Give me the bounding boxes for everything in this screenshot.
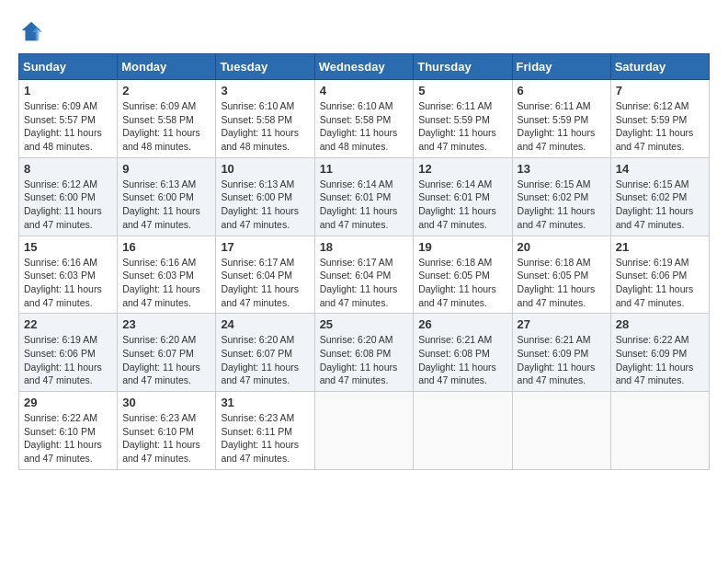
- daylight-label: Daylight: 11 hours: [122, 205, 200, 216]
- calendar-cell: 25 Sunrise: 6:20 AM Sunset: 6:08 PM Dayl…: [314, 314, 414, 392]
- daylight-minutes: and 47 minutes.: [24, 219, 93, 230]
- sunset-label: Sunset: 6:09 PM: [616, 348, 688, 359]
- sunset-label: Sunset: 6:00 PM: [24, 191, 96, 202]
- day-info: Sunrise: 6:17 AM Sunset: 6:04 PM Dayligh…: [221, 256, 309, 310]
- daylight-label: Daylight: 11 hours: [122, 127, 200, 138]
- day-number: 10: [221, 162, 309, 176]
- sunset-label: Sunset: 6:06 PM: [24, 348, 96, 359]
- sunset-label: Sunset: 6:00 PM: [122, 191, 194, 202]
- daylight-minutes: and 47 minutes.: [320, 374, 389, 385]
- sunrise-label: Sunrise: 6:20 AM: [320, 334, 393, 345]
- daylight-label: Daylight: 11 hours: [616, 283, 694, 294]
- day-info: Sunrise: 6:21 AM Sunset: 6:09 PM Dayligh…: [518, 333, 606, 387]
- day-number: 1: [24, 84, 112, 98]
- calendar-cell: 13 Sunrise: 6:15 AM Sunset: 6:02 PM Dayl…: [512, 157, 610, 236]
- calendar-cell: 18 Sunrise: 6:17 AM Sunset: 6:04 PM Dayl…: [314, 236, 414, 314]
- calendar-cell: [610, 392, 709, 470]
- day-info: Sunrise: 6:20 AM Sunset: 6:07 PM Dayligh…: [221, 333, 309, 387]
- sunrise-label: Sunrise: 6:11 AM: [418, 100, 492, 111]
- daylight-minutes: and 47 minutes.: [418, 374, 487, 385]
- sunset-label: Sunset: 6:02 PM: [616, 191, 688, 202]
- day-info: Sunrise: 6:19 AM Sunset: 6:06 PM Dayligh…: [616, 256, 704, 310]
- day-info: Sunrise: 6:16 AM Sunset: 6:03 PM Dayligh…: [122, 256, 210, 310]
- sunrise-label: Sunrise: 6:18 AM: [518, 257, 591, 268]
- sunrise-label: Sunrise: 6:11 AM: [518, 100, 591, 111]
- daylight-label: Daylight: 11 hours: [418, 283, 496, 294]
- sunrise-label: Sunrise: 6:14 AM: [320, 178, 393, 190]
- day-number: 22: [24, 317, 112, 331]
- day-number: 11: [320, 162, 409, 176]
- calendar-cell: 19 Sunrise: 6:18 AM Sunset: 6:05 PM Dayl…: [414, 236, 512, 314]
- day-number: 18: [320, 240, 409, 254]
- sunset-label: Sunset: 5:58 PM: [122, 114, 194, 125]
- daylight-label: Daylight: 11 hours: [221, 205, 299, 216]
- daylight-minutes: and 48 minutes.: [221, 141, 290, 152]
- page-header: [18, 18, 710, 44]
- daylight-minutes: and 47 minutes.: [122, 374, 191, 385]
- sunrise-label: Sunrise: 6:19 AM: [616, 257, 689, 268]
- calendar-cell: 10 Sunrise: 6:13 AM Sunset: 6:00 PM Dayl…: [216, 157, 314, 236]
- calendar-cell: 22 Sunrise: 6:19 AM Sunset: 6:06 PM Dayl…: [19, 314, 118, 392]
- day-number: 23: [122, 317, 210, 331]
- daylight-label: Daylight: 11 hours: [24, 127, 102, 138]
- day-number: 14: [616, 162, 704, 176]
- day-number: 13: [518, 162, 606, 176]
- sunset-label: Sunset: 6:09 PM: [518, 348, 589, 359]
- daylight-minutes: and 47 minutes.: [418, 297, 487, 308]
- day-info: Sunrise: 6:17 AM Sunset: 6:04 PM Dayligh…: [320, 256, 409, 310]
- daylight-label: Daylight: 11 hours: [221, 362, 299, 373]
- day-number: 12: [418, 162, 506, 176]
- day-info: Sunrise: 6:20 AM Sunset: 6:08 PM Dayligh…: [320, 333, 409, 387]
- day-info: Sunrise: 6:22 AM Sunset: 6:09 PM Dayligh…: [616, 333, 704, 387]
- day-number: 20: [518, 240, 606, 254]
- day-info: Sunrise: 6:19 AM Sunset: 6:06 PM Dayligh…: [24, 333, 112, 387]
- day-info: Sunrise: 6:20 AM Sunset: 6:07 PM Dayligh…: [122, 333, 210, 387]
- daylight-label: Daylight: 11 hours: [122, 283, 200, 294]
- daylight-minutes: and 47 minutes.: [320, 297, 389, 308]
- day-number: 25: [320, 317, 409, 331]
- day-info: Sunrise: 6:12 AM Sunset: 5:59 PM Dayligh…: [616, 99, 704, 154]
- day-info: Sunrise: 6:15 AM Sunset: 6:02 PM Dayligh…: [616, 178, 704, 232]
- day-info: Sunrise: 6:14 AM Sunset: 6:01 PM Dayligh…: [320, 178, 409, 232]
- sunrise-label: Sunrise: 6:12 AM: [24, 178, 97, 190]
- day-info: Sunrise: 6:23 AM Sunset: 6:11 PM Dayligh…: [221, 411, 309, 465]
- daylight-label: Daylight: 11 hours: [616, 205, 694, 216]
- day-number: 31: [221, 396, 309, 409]
- sunrise-label: Sunrise: 6:10 AM: [320, 100, 393, 111]
- sunset-label: Sunset: 6:04 PM: [320, 270, 392, 281]
- day-info: Sunrise: 6:10 AM Sunset: 5:58 PM Dayligh…: [221, 99, 309, 154]
- sunrise-label: Sunrise: 6:17 AM: [320, 257, 393, 268]
- daylight-minutes: and 47 minutes.: [320, 219, 389, 230]
- calendar-week-5: 29 Sunrise: 6:22 AM Sunset: 6:10 PM Dayl…: [19, 392, 710, 470]
- day-info: Sunrise: 6:16 AM Sunset: 6:03 PM Dayligh…: [24, 256, 112, 310]
- daylight-label: Daylight: 11 hours: [616, 362, 694, 373]
- calendar-cell: 20 Sunrise: 6:18 AM Sunset: 6:05 PM Dayl…: [512, 236, 610, 314]
- daylight-minutes: and 47 minutes.: [24, 453, 93, 464]
- calendar-cell: 8 Sunrise: 6:12 AM Sunset: 6:00 PM Dayli…: [19, 157, 118, 236]
- daylight-minutes: and 47 minutes.: [418, 141, 487, 152]
- sunset-label: Sunset: 6:10 PM: [122, 426, 194, 437]
- daylight-label: Daylight: 11 hours: [320, 362, 398, 373]
- sunset-label: Sunset: 5:58 PM: [320, 114, 392, 125]
- day-info: Sunrise: 6:09 AM Sunset: 5:58 PM Dayligh…: [122, 99, 210, 154]
- sunset-label: Sunset: 5:59 PM: [616, 114, 688, 125]
- calendar-week-2: 8 Sunrise: 6:12 AM Sunset: 6:00 PM Dayli…: [19, 157, 710, 236]
- day-info: Sunrise: 6:21 AM Sunset: 6:08 PM Dayligh…: [418, 333, 506, 387]
- calendar-cell: 2 Sunrise: 6:09 AM Sunset: 5:58 PM Dayli…: [118, 80, 216, 158]
- day-number: 16: [122, 240, 210, 254]
- day-number: 17: [221, 240, 309, 254]
- header-day-saturday: Saturday: [610, 54, 709, 80]
- calendar-week-3: 15 Sunrise: 6:16 AM Sunset: 6:03 PM Dayl…: [19, 236, 710, 314]
- daylight-label: Daylight: 11 hours: [616, 127, 694, 138]
- day-number: 26: [418, 317, 506, 331]
- sunset-label: Sunset: 6:08 PM: [418, 348, 490, 359]
- day-number: 4: [320, 84, 409, 98]
- daylight-label: Daylight: 11 hours: [418, 127, 496, 138]
- calendar-cell: 9 Sunrise: 6:13 AM Sunset: 6:00 PM Dayli…: [118, 157, 216, 236]
- sunset-label: Sunset: 6:07 PM: [221, 348, 292, 359]
- sunset-label: Sunset: 6:01 PM: [320, 191, 392, 202]
- day-info: Sunrise: 6:15 AM Sunset: 6:02 PM Dayligh…: [518, 178, 606, 232]
- calendar-cell: 26 Sunrise: 6:21 AM Sunset: 6:08 PM Dayl…: [414, 314, 512, 392]
- calendar-cell: 17 Sunrise: 6:17 AM Sunset: 6:04 PM Dayl…: [216, 236, 314, 314]
- daylight-minutes: and 47 minutes.: [616, 219, 685, 230]
